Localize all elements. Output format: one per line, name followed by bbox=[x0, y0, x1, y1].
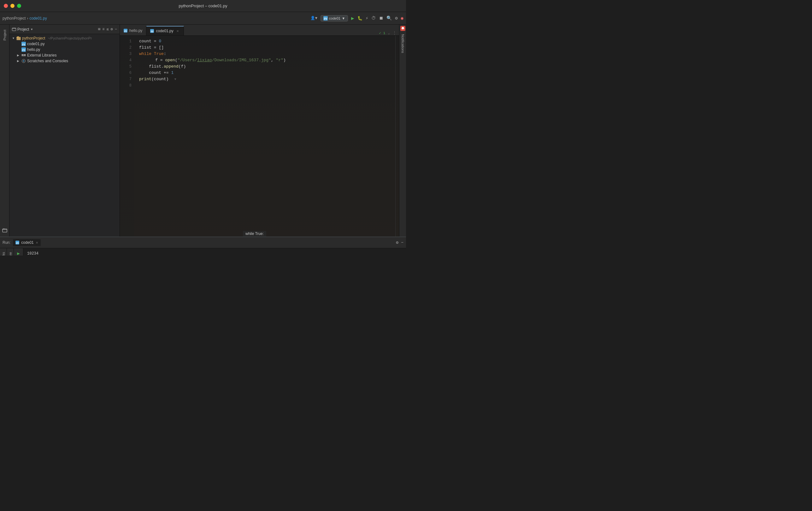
run-config-label: code01 bbox=[329, 17, 340, 20]
close-button[interactable] bbox=[4, 4, 8, 8]
tree-label-scratches: Scratches and Consoles bbox=[27, 59, 68, 63]
ln-1: 1 bbox=[120, 38, 132, 45]
panel-new-icon[interactable]: ⊞ bbox=[98, 27, 100, 32]
window-controls bbox=[4, 4, 21, 8]
bell-icon bbox=[401, 27, 405, 30]
code-line-8 bbox=[139, 82, 395, 89]
ln-2: 2 bbox=[120, 45, 132, 51]
hello-tab-icon: py bbox=[124, 29, 127, 32]
bookmarks-label[interactable]: Bookmarks bbox=[2, 249, 5, 255]
run-tab-close[interactable]: ✕ bbox=[36, 241, 38, 244]
gutter-annotation: ▼ bbox=[174, 76, 177, 82]
hover-tooltip: while True: bbox=[243, 231, 266, 237]
panel-settings-icon[interactable]: ⚙ bbox=[111, 27, 113, 32]
panel-icons: ⊞ ≡ ≲ ⚙ − bbox=[98, 27, 117, 32]
run-tab-label: code01 bbox=[21, 240, 33, 245]
code-line-4: f = open("/Users/lixiao/Downloads/IMG_16… bbox=[139, 57, 395, 63]
jetbrains-icon: ◉ bbox=[401, 16, 404, 21]
coverage-button[interactable]: ⚡ bbox=[366, 16, 368, 21]
tree-item-extlibs[interactable]: ▶ External Libraries bbox=[14, 52, 120, 58]
run-settings-icon[interactable]: ⚙ bbox=[396, 240, 399, 245]
code-line-5: flist.append(f) bbox=[139, 63, 395, 70]
profile-button[interactable]: ⏱ bbox=[371, 16, 376, 21]
stop-button[interactable]: ⏹ bbox=[379, 16, 383, 21]
editor-tabs: py hello.py py code01.py ✕ ✓ 1 ⌄ ⋮ bbox=[120, 25, 399, 36]
tab-code01-label: code01.py bbox=[156, 29, 173, 33]
notifications-label[interactable]: Notifications bbox=[401, 32, 405, 56]
panel-header: Project ▼ ⊞ ≡ ≲ ⚙ − bbox=[9, 25, 120, 34]
tree-path-root: ~/PycharmProjects/pythonPr bbox=[48, 36, 92, 40]
tab-more-icon[interactable]: ⋮ bbox=[393, 30, 397, 35]
tab-right-icons: ✓ 1 ⌄ ⋮ bbox=[379, 30, 399, 35]
minimize-button[interactable] bbox=[10, 4, 14, 8]
scratches-icon bbox=[22, 59, 26, 63]
editor-scrollbar[interactable] bbox=[395, 36, 399, 237]
tree-item-scratches[interactable]: ▶ Scratches and Consoles bbox=[14, 58, 120, 64]
root-folder-icon bbox=[17, 36, 21, 41]
run-header: Run: py code01 ✕ ⚙ − bbox=[0, 237, 406, 248]
window-title: pythonProject – code01.py bbox=[179, 3, 228, 8]
right-sidebar: Notifications bbox=[399, 25, 406, 237]
panel-title-text: Project bbox=[17, 27, 29, 32]
notifications-badge[interactable] bbox=[400, 26, 405, 31]
tree-item-root[interactable]: ▼ pythonProject ~/PycharmProjects/python… bbox=[9, 35, 120, 41]
code01-tab-icon: py bbox=[150, 29, 154, 33]
tree-item-hello[interactable]: ▶ py hello.py bbox=[14, 47, 120, 52]
tree-label-hello: hello.py bbox=[27, 47, 40, 52]
tab-code01-close[interactable]: ✕ bbox=[175, 29, 180, 33]
run-sidebar: ▶ ↑ ↓ 🔧 ⟳ 📌 🗑 bbox=[14, 248, 23, 255]
line-numbers: 1 2 3 4 5 6 7 8 bbox=[120, 36, 134, 237]
maximize-button[interactable] bbox=[17, 4, 21, 8]
search-button[interactable]: 🔍 bbox=[386, 16, 392, 21]
tree-item-code01[interactable]: ▶ py code01.py bbox=[14, 41, 120, 47]
run-button[interactable]: ▶ bbox=[351, 15, 354, 22]
svg-rect-1 bbox=[12, 28, 16, 31]
panel-minimize-icon[interactable]: − bbox=[115, 27, 117, 32]
run-tab-code01[interactable]: py code01 ✕ bbox=[13, 239, 40, 246]
panel-collapse-icon[interactable]: ≲ bbox=[106, 27, 109, 32]
run-panel: Run: py code01 ✕ ⚙ − Bookmarks Structure… bbox=[0, 237, 406, 255]
output-line-1: 10234 bbox=[27, 251, 402, 255]
code-line-1: count = 0 bbox=[139, 38, 395, 45]
tab-code01[interactable]: py code01.py ✕ bbox=[146, 26, 183, 35]
tree-arrow-extlibs: ▶ bbox=[17, 54, 20, 57]
code-editor: 1 2 3 4 5 6 7 8 count = 0 flist = [] whi… bbox=[120, 36, 399, 237]
breadcrumb-project[interactable]: pythonProject bbox=[2, 16, 26, 21]
tree-arrow-root: ▼ bbox=[12, 37, 15, 40]
svg-rect-5 bbox=[22, 56, 26, 56]
tab-hello[interactable]: py hello.py bbox=[120, 26, 146, 35]
ln-3: 3 bbox=[120, 51, 132, 57]
tree-label-root: pythonProject bbox=[22, 36, 45, 41]
ln-8: 8 bbox=[120, 82, 132, 89]
editor-area: py hello.py py code01.py ✕ ✓ 1 ⌄ ⋮ 1 2 3… bbox=[120, 25, 399, 237]
run-output[interactable]: 10234 10235 10236 10237 Traceback (most … bbox=[23, 248, 406, 255]
run-collapse-icon[interactable]: − bbox=[401, 240, 404, 245]
run-label: Run: bbox=[2, 240, 10, 245]
top-toolbar: pythonProject › code01.py 👤▼ py code01 ▼… bbox=[0, 12, 406, 25]
code-line-3: while True: bbox=[139, 51, 395, 57]
run-play-icon[interactable]: ▶ bbox=[17, 251, 20, 255]
svg-point-7 bbox=[23, 60, 25, 62]
ln-4: 4 bbox=[120, 57, 132, 63]
tab-expand-icon[interactable]: ⌄ bbox=[388, 31, 390, 35]
debug-button[interactable]: 🐛 bbox=[357, 16, 362, 21]
ln-7: 7 bbox=[120, 76, 132, 82]
project-panel: Project ▼ ⊞ ≡ ≲ ⚙ − ▼ pythonProject ~/Py… bbox=[9, 25, 120, 237]
project-sidebar-label[interactable]: Project bbox=[3, 27, 7, 43]
structure-label[interactable]: Structure bbox=[8, 249, 12, 255]
bookmarks-panel: Bookmarks bbox=[0, 248, 7, 255]
panel-list-icon[interactable]: ≡ bbox=[102, 27, 105, 32]
run-config-selector[interactable]: py code01 ▼ bbox=[320, 15, 348, 22]
tree-arrow-scratches: ▶ bbox=[17, 59, 20, 62]
breadcrumb: pythonProject › code01.py bbox=[2, 16, 47, 21]
title-bar: pythonProject – code01.py bbox=[0, 0, 406, 12]
toolbar-right: 👤▼ py code01 ▼ ▶ 🐛 ⚡ ⏱ ⏹ 🔍 ⚙ ◉ bbox=[311, 15, 404, 22]
code-content[interactable]: count = 0 flist = [] while True: f = ope… bbox=[134, 36, 395, 237]
user-icon[interactable]: 👤▼ bbox=[311, 16, 317, 21]
ln-6: 6 bbox=[120, 70, 132, 76]
folder-icon-bottom[interactable] bbox=[2, 228, 7, 234]
structure-panel: Structure bbox=[7, 248, 14, 255]
panel-dropdown-icon[interactable]: ▼ bbox=[30, 28, 33, 31]
svg-rect-3 bbox=[22, 54, 24, 56]
settings-button[interactable]: ⚙ bbox=[395, 16, 398, 21]
